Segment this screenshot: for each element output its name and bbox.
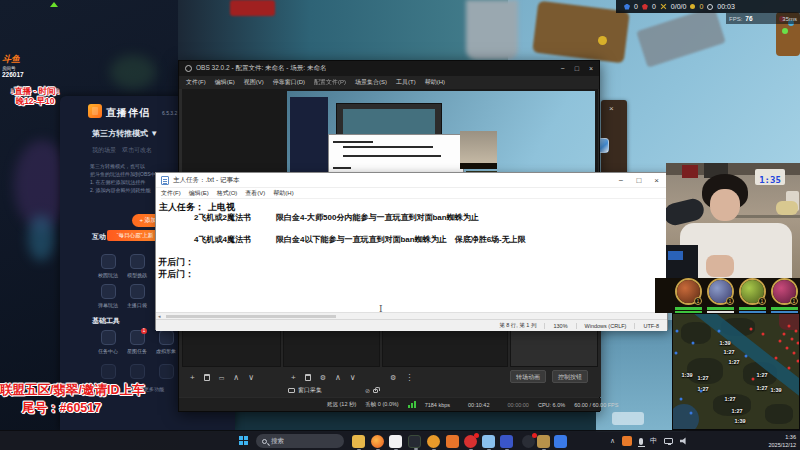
scene-tab[interactable]: 我的场景 双击可改名 [92, 146, 152, 155]
blue-team-score: 0 [634, 3, 638, 10]
scene-filters-button[interactable]: ▭ [219, 373, 225, 383]
led-clock: 1:35 [755, 169, 785, 185]
mixer-settings-icon[interactable]: ⚙ [390, 373, 396, 383]
mixer-toolbar: ⚙ ⋮ [382, 369, 508, 386]
taskbar-app-icon[interactable] [522, 435, 535, 448]
taskbar-app-icon[interactable] [352, 435, 365, 448]
source-up-button[interactable]: ∧ [335, 373, 341, 383]
taskbar-app-icon[interactable] [427, 435, 440, 448]
display-icon[interactable] [664, 438, 673, 444]
volume-icon[interactable] [680, 437, 688, 445]
menu-scene-collection[interactable]: 场景集合(S) [355, 78, 387, 87]
add-scene-button[interactable]: + [190, 373, 195, 383]
maximize-button[interactable]: □ [575, 65, 579, 72]
horizontal-scrollbar[interactable]: ◂ [156, 312, 667, 319]
menu-edit[interactable]: 编辑(E) [215, 78, 235, 87]
tool-icon[interactable] [130, 364, 145, 379]
mixer-menu-icon[interactable]: ⋮ [405, 373, 413, 383]
taskbar-app-icon[interactable] [554, 435, 567, 448]
scene-up-button[interactable]: ∧ [233, 373, 239, 383]
taskbar-app-icon[interactable] [371, 435, 384, 448]
ally-dot [680, 398, 683, 401]
obs-status-bar: 延迟 (12 秒) 丢帧 0 (0.0%) 7184 kbps 00:10:42… [179, 398, 601, 411]
taskbar-app-icon[interactable] [446, 435, 459, 448]
tool-icon-campus[interactable] [101, 254, 116, 269]
taskbar-app-icon[interactable] [389, 435, 402, 448]
tool-icon-danmu[interactable] [101, 284, 116, 299]
tray-app-icon[interactable] [622, 436, 632, 446]
tool-icon-pocket[interactable] [130, 284, 145, 299]
game-art-blob [28, 215, 54, 261]
remove-source-button[interactable] [305, 374, 311, 381]
tool-icon[interactable] [101, 364, 116, 379]
streamer-hand [706, 255, 734, 277]
tool-icon-tasks[interactable] [101, 330, 116, 345]
zoom-level: 130% [544, 323, 575, 329]
tool-icon-model[interactable] [130, 254, 145, 269]
game-ice-chunk [612, 412, 644, 425]
minimize-button[interactable]: − [619, 176, 624, 185]
transitions-tab[interactable]: 转场动画 [510, 370, 546, 383]
add-source-button[interactable]: + [291, 373, 296, 383]
schedule-line2: 晚12-早10 [4, 96, 66, 106]
source-properties-button[interactable]: ⚙ [320, 373, 326, 383]
close-icon[interactable]: × [609, 104, 614, 113]
red-team-icon [642, 4, 648, 10]
notepad-text-area[interactable]: 主人任务： 上电视 2飞机或2魔法书 限白金4-大师500分内能参与一直玩直到对… [156, 199, 667, 312]
mode-selector[interactable]: 第三方转推模式 ▼ [92, 128, 158, 139]
rule1-left: 2飞机或2魔法书 [194, 212, 251, 223]
menu-view[interactable]: 视图(V) [244, 78, 264, 87]
taskbar-clock[interactable]: 1:36 2025/12/12 [736, 433, 796, 449]
lock-icon[interactable] [373, 389, 378, 393]
laptop-screen-glow [668, 251, 683, 260]
taskbar-search[interactable]: 搜索 [256, 434, 344, 448]
taskbar-app-icon[interactable] [464, 435, 477, 448]
visibility-icon[interactable]: ⊘ [365, 387, 370, 394]
input-language-indicator[interactable]: 中 [650, 436, 657, 446]
close-button[interactable]: × [589, 65, 593, 72]
menu-docks[interactable]: 停靠窗口(D) [273, 78, 305, 87]
more-features-label[interactable]: 更多功能 [144, 386, 164, 392]
menu-help[interactable]: 帮助(H) [273, 189, 293, 198]
champion-portrait: 1 [675, 278, 702, 305]
scrollbar-thumb[interactable] [166, 315, 336, 318]
start-button[interactable] [239, 436, 249, 446]
menu-profile[interactable]: 配置文件(P) [314, 78, 346, 87]
maximize-button[interactable]: □ [636, 176, 641, 185]
notepad-title-bar[interactable]: 主人任务：.txt - 记事本 [156, 173, 667, 188]
controls-tab[interactable]: 控制按钮 [552, 370, 588, 383]
source-row-window-capture[interactable]: 窗口采集 ⊘ [288, 385, 378, 396]
schedule-line1: ↓直播 - 时间↓ [4, 86, 66, 96]
tool-icon[interactable] [159, 364, 174, 379]
fps-label: FPS: [729, 16, 742, 22]
webcam-prop [776, 201, 798, 215]
webcam-laptop [666, 245, 698, 278]
minimize-button[interactable]: − [561, 65, 565, 72]
remove-scene-button[interactable] [204, 374, 210, 381]
taskbar-app-icon[interactable] [408, 435, 421, 448]
tool-icon-avatar[interactable] [159, 330, 174, 345]
source-down-button[interactable]: ∨ [350, 373, 356, 383]
menu-tools[interactable]: 工具(T) [396, 78, 416, 87]
tool-icon-star-tasks[interactable]: 1 [130, 330, 145, 345]
menu-edit[interactable]: 编辑(E) [189, 189, 209, 198]
webcam-shelf-edge [734, 215, 800, 218]
recruit-overlay-line2: 尾号：#60517 [22, 400, 101, 417]
menu-file[interactable]: 文件(F) [161, 189, 181, 198]
fps-expand-arrow [50, 2, 58, 7]
taskbar-app-icon[interactable] [500, 435, 513, 448]
taskbar-app-icon[interactable] [482, 435, 495, 448]
sources-toolbar: + ⚙ ∧ ∨ [283, 369, 380, 386]
menu-help[interactable]: 帮助(H) [425, 78, 445, 87]
menu-file[interactable]: 文件(F) [186, 78, 206, 87]
obs-title-bar[interactable]: OBS 32.0.2 - 配置文件: 未命名 - 场景: 未命名 [179, 61, 599, 76]
menu-view[interactable]: 查看(V) [245, 189, 265, 198]
tray-expand-icon[interactable]: ∧ [610, 437, 615, 445]
scene-down-button[interactable]: ∨ [248, 373, 254, 383]
taskbar-app-icon[interactable] [537, 435, 550, 448]
champion-level: 1 [790, 297, 798, 305]
microphone-icon[interactable] [639, 438, 643, 445]
minimap[interactable]: 1:391:271:271:391:271:271:271:271:391:27… [672, 313, 800, 430]
menu-format[interactable]: 格式(O) [217, 189, 238, 198]
close-button[interactable]: × [654, 176, 659, 185]
